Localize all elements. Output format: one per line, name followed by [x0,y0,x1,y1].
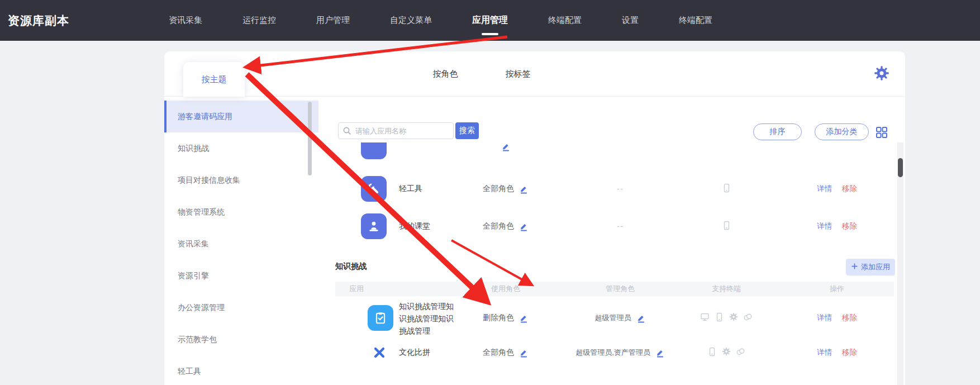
pencil-edit-icon[interactable] [501,142,511,151]
pencil-edit-icon[interactable] [655,348,665,358]
mobile-icon [722,183,731,195]
sidebar-item-resource-engine[interactable]: 资源引擎 [164,260,318,292]
use-role-value: 全部角色 [483,184,514,194]
add-category-button[interactable]: 添加分类 [815,123,869,140]
sidebar-item-demo-pack[interactable]: 示范教学包 [164,324,318,355]
sidebar-item-light-tools[interactable]: 轻工具 [164,355,318,385]
grid-view-icon[interactable] [875,126,888,139]
category-sidebar: 游客邀请码应用 知识挑战 项目对接信息收集 物资管理系统 资讯采集 资源引擎 办… [164,97,318,385]
admin-role-value: 超级管理员 [595,313,631,323]
page-scrollbar-track [897,142,903,385]
app-name: 轻工具 [399,176,422,202]
app-name: 我的课堂 [399,213,430,239]
table-row: 文化比拼 全部角色 超级管理员,资产管理员 [318,345,897,360]
remove-link[interactable]: 移除 [842,348,857,358]
admin-role-value: -- [617,222,623,231]
detail-link[interactable]: 详情 [817,184,832,194]
remove-link[interactable]: 移除 [842,221,857,231]
nav-item-users[interactable]: 用户管理 [316,15,350,26]
add-app-button[interactable]: 添加应用 [846,259,895,275]
sidebar-item-project-info[interactable]: 项目对接信息收集 [164,164,318,196]
table-row: 知识挑战管理知识挑战管理知识挑战管理 删除角色 超级管理员 [318,300,897,336]
plus-icon [851,263,858,272]
circles-icon [736,347,745,359]
column-use-role: 使用角色 [491,282,520,296]
sidebar-scrollbar-thumb[interactable] [308,102,312,175]
settings-gear-icon[interactable] [874,65,889,81]
gear-icon [729,312,738,324]
circles-icon [743,312,753,324]
tab-by-tag[interactable]: 按标签 [506,51,531,97]
sidebar-item-news[interactable]: 资讯采集 [164,228,318,260]
sidebar-item-guest-invite[interactable]: 游客邀请码应用 [164,101,318,132]
main-pane: 搜索 排序 添加分类 [318,97,897,385]
desktop-icon [700,312,710,324]
gear-icon [722,347,731,358]
nav-item-news[interactable]: 资讯采集 [169,15,202,26]
nav-item-terminal-config-2[interactable]: 终端配置 [679,15,712,26]
app-row: 我的课堂 全部角色 -- [318,213,897,239]
detail-link[interactable]: 详情 [817,348,832,358]
section-title: 知识挑战 [335,262,367,272]
tab-by-role[interactable]: 按角色 [433,51,458,97]
top-nav: 资源库副本 资讯采集 运行监控 用户管理 自定义菜单 应用管理 终端配置 设置 … [0,0,980,41]
sidebar-item-materials[interactable]: 物资管理系统 [164,196,318,228]
app-name: 知识挑战管理知识挑战管理知识挑战管理 [399,300,457,337]
use-role-value: 全部角色 [483,348,514,358]
nav-menu: 资讯采集 运行监控 用户管理 自定义菜单 应用管理 终端配置 设置 终端配置 [169,0,712,41]
column-actions: 操作 [830,282,844,296]
sidebar-item-office-resources[interactable]: 办公资源管理 [164,292,318,324]
app-icon [361,142,387,159]
detail-link[interactable]: 详情 [817,313,832,323]
nav-item-custom-menu[interactable]: 自定义菜单 [390,15,432,26]
mobile-icon [715,312,724,324]
brand-title: 资源库副本 [8,13,69,28]
admin-role-value: -- [617,184,623,193]
pencil-edit-icon[interactable] [519,222,529,231]
pencil-edit-icon[interactable] [519,313,529,323]
mobile-icon [722,221,731,232]
app-list: 轻工具 全部角色 -- [318,142,897,241]
column-admin-role: 管理角色 [606,282,635,296]
nav-item-label: 应用管理 [472,15,508,25]
pencil-edit-icon[interactable] [519,348,529,358]
cross-app-icon [372,345,387,360]
column-terminals: 支持终端 [712,282,741,296]
content-card: 按主题 按角色 按标签 游客邀请码应用 知识挑战 [164,51,905,385]
search-input[interactable] [338,122,454,139]
app-row: 轻工具 全部角色 -- [318,176,897,202]
admin-role-value: 超级管理员,资产管理员 [575,348,650,358]
remove-link[interactable]: 移除 [842,184,857,194]
app-row-clipped [318,142,897,159]
table-header: 应用 使用角色 管理角色 支持终端 操作 [335,282,894,296]
wrench-app-icon [361,176,387,202]
page-scrollbar-thumb[interactable] [898,158,903,177]
nav-item-app-management[interactable]: 应用管理 [472,15,508,26]
search-bar: 搜索 [338,122,479,139]
use-role-value: 全部角色 [483,221,514,231]
detail-link[interactable]: 详情 [817,221,832,231]
nav-item-terminal-config[interactable]: 终端配置 [548,15,582,26]
remove-link[interactable]: 移除 [842,313,857,323]
person-app-icon [361,213,387,239]
add-app-label: 添加应用 [861,262,890,272]
sort-button[interactable]: 排序 [753,123,802,140]
magnifier-icon [342,126,351,137]
app-name: 文化比拼 [399,345,430,360]
tab-bar: 按主题 按角色 按标签 [164,51,905,97]
mobile-icon [707,347,717,359]
use-role-value: 删除角色 [483,313,514,323]
clipboard-app-icon [368,305,393,331]
active-nav-underline [482,33,498,35]
nav-item-monitor[interactable]: 运行监控 [242,15,276,26]
tab-by-theme[interactable]: 按主题 [183,62,245,97]
sidebar-item-knowledge-challenge[interactable]: 知识挑战 [164,132,318,164]
column-app: 应用 [349,282,364,296]
pencil-edit-icon[interactable] [519,184,529,194]
nav-item-settings[interactable]: 设置 [622,15,639,26]
pencil-edit-icon[interactable] [636,313,646,323]
search-button[interactable]: 搜索 [455,122,479,139]
